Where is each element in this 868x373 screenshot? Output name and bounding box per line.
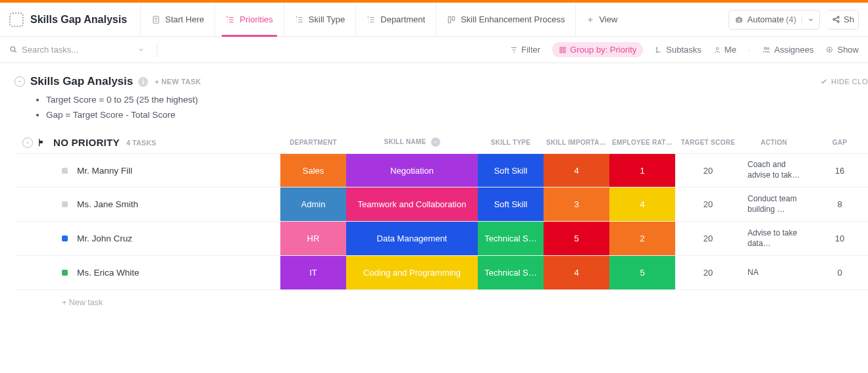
cell-department[interactable]: IT xyxy=(280,256,346,289)
cell-action[interactable]: Conduct team building … xyxy=(741,187,807,221)
cell-skill-importance[interactable]: 3 xyxy=(544,187,609,221)
new-task-row[interactable]: + New task xyxy=(14,290,868,307)
status-dot[interactable] xyxy=(62,201,68,207)
group-by-button[interactable]: Group by: Priority xyxy=(552,42,643,57)
cell-skill-name[interactable]: Coding and Programming xyxy=(346,256,478,289)
cell-employee-rating[interactable]: 2 xyxy=(609,222,675,255)
subtasks-label: Subtasks xyxy=(666,45,701,55)
subtasks-button[interactable]: Subtasks xyxy=(655,45,701,55)
status-dot[interactable] xyxy=(62,270,68,276)
cell-skill-name[interactable]: Teamwork and Collaboration xyxy=(346,187,478,221)
list-pin-icon xyxy=(295,15,304,24)
svg-rect-12 xyxy=(560,51,562,53)
table-row[interactable]: Mr. Manny FillSalesNegotiationSoft Skill… xyxy=(14,153,868,187)
cell-skill-name[interactable]: Data Management xyxy=(346,222,478,255)
assignees-button[interactable]: Assignees xyxy=(762,45,813,55)
task-name-cell[interactable]: Mr. John Cruz xyxy=(47,222,280,255)
cell-department[interactable]: HR xyxy=(280,222,346,255)
cell-skill-name[interactable]: Negotiation xyxy=(346,154,478,187)
svg-point-17 xyxy=(765,47,767,49)
cell-employee-rating[interactable]: 1 xyxy=(609,154,675,187)
show-button[interactable]: Show xyxy=(825,45,859,55)
col-skill-type[interactable]: SKILL TYPE xyxy=(478,139,544,146)
task-name-cell[interactable]: Ms. Jane Smith xyxy=(47,187,280,221)
sub-nav: Filter Group by: Priority Subtasks Me · xyxy=(0,37,868,63)
cell-skill-type[interactable]: Technical S… xyxy=(478,256,544,289)
column-headers: DEPARTMENT SKILL NAME SKILL TYPE SKILL I… xyxy=(47,135,868,149)
col-department[interactable]: DEPARTMENT xyxy=(280,139,346,146)
robot-icon xyxy=(734,15,744,24)
cell-skill-type[interactable]: Soft Skill xyxy=(478,187,544,221)
board-icon xyxy=(447,15,456,24)
table-row[interactable]: Mr. John CruzHRData ManagementTechnical … xyxy=(14,222,868,256)
cell-department[interactable]: Admin xyxy=(280,187,346,221)
group-collapse-toggle[interactable] xyxy=(22,137,33,148)
filter-label: Filter xyxy=(521,45,540,55)
me-button[interactable]: Me xyxy=(713,45,736,55)
svg-rect-2 xyxy=(452,16,455,20)
add-view-button[interactable]: View xyxy=(575,3,628,36)
tab-label: Skill Type xyxy=(309,14,345,24)
col-action[interactable]: ACTION xyxy=(741,139,807,146)
cell-skill-importance[interactable]: 5 xyxy=(544,222,609,255)
col-employee-rating[interactable]: EMPLOYEE RATI… xyxy=(609,139,675,146)
cell-skill-importance[interactable]: 4 xyxy=(544,256,609,289)
tab-priorities[interactable]: Priorities xyxy=(215,3,284,36)
hide-closed-label: HIDE CLO xyxy=(831,78,868,86)
col-target-score[interactable]: TARGET SCORE xyxy=(675,139,741,146)
cell-skill-type[interactable]: Technical S… xyxy=(478,222,544,255)
svg-point-20 xyxy=(829,49,830,50)
cell-skill-type[interactable]: Soft Skill xyxy=(478,154,544,187)
automate-button[interactable]: Automate (4) xyxy=(728,10,821,30)
cell-action[interactable]: Advise to take data manage-… xyxy=(741,222,807,255)
cell-gap[interactable]: 10 xyxy=(807,222,868,255)
task-name: Ms. Erica White xyxy=(77,268,140,278)
col-skill-importance[interactable]: SKILL IMPORTAN… xyxy=(544,139,609,146)
tab-label: Start Here xyxy=(165,14,204,24)
cell-gap[interactable]: 0 xyxy=(807,256,868,289)
tab-start-here[interactable]: Start Here xyxy=(140,3,215,36)
eye-target-icon xyxy=(825,45,834,54)
task-name-cell[interactable]: Ms. Erica White xyxy=(47,256,280,289)
cell-department[interactable]: Sales xyxy=(280,154,346,187)
cell-target-score[interactable]: 20 xyxy=(675,222,741,255)
tab-department[interactable]: Department xyxy=(355,3,436,36)
svg-point-9 xyxy=(11,47,15,51)
table-row[interactable]: Ms. Erica WhiteITCoding and ProgrammingT… xyxy=(14,256,868,290)
svg-rect-1 xyxy=(449,16,451,22)
cell-target-score[interactable]: 20 xyxy=(675,187,741,221)
cell-action[interactable]: Coach and advise to take n… xyxy=(741,154,807,187)
table-row[interactable]: Ms. Jane SmithAdminTeamwork and Collabor… xyxy=(14,187,868,222)
info-icon[interactable]: i xyxy=(138,77,148,87)
row-gutter xyxy=(14,187,47,221)
plus-icon xyxy=(586,16,594,24)
new-task-button[interactable]: + NEW TASK xyxy=(155,78,201,86)
collapse-toggle[interactable] xyxy=(14,76,25,87)
cell-action[interactable]: NA xyxy=(741,256,807,289)
cell-gap[interactable]: 16 xyxy=(807,154,868,187)
cell-employee-rating[interactable]: 5 xyxy=(609,256,675,289)
col-skill-name[interactable]: SKILL NAME xyxy=(346,137,478,147)
me-label: Me xyxy=(725,45,736,55)
tab-skill-enhancement[interactable]: Skill Enhancement Process xyxy=(436,3,575,36)
tab-skill-type[interactable]: Skill Type xyxy=(284,3,355,36)
cell-skill-importance[interactable]: 4 xyxy=(544,154,609,187)
cell-employee-rating[interactable]: 4 xyxy=(609,187,675,221)
cell-gap[interactable]: 8 xyxy=(807,187,868,221)
hide-closed-button[interactable]: HIDE CLO xyxy=(820,78,868,86)
sort-asc-icon[interactable] xyxy=(431,137,440,147)
cell-target-score[interactable]: 20 xyxy=(675,256,741,289)
cell-target-score[interactable]: 20 xyxy=(675,154,741,187)
status-dot[interactable] xyxy=(62,236,68,241)
status-dot[interactable] xyxy=(62,168,68,174)
filter-button[interactable]: Filter xyxy=(510,45,540,55)
col-gap[interactable]: GAP xyxy=(807,139,868,146)
share-button[interactable]: Sh xyxy=(827,10,859,30)
chevron-down-icon[interactable] xyxy=(138,46,145,53)
search-input[interactable] xyxy=(22,45,134,55)
svg-point-16 xyxy=(716,47,719,50)
show-label: Show xyxy=(837,45,859,55)
svg-point-15 xyxy=(656,51,657,53)
task-name-cell[interactable]: Mr. Manny Fill xyxy=(47,154,280,187)
tabs: Start Here Priorities Skill Type Departm… xyxy=(140,3,728,36)
